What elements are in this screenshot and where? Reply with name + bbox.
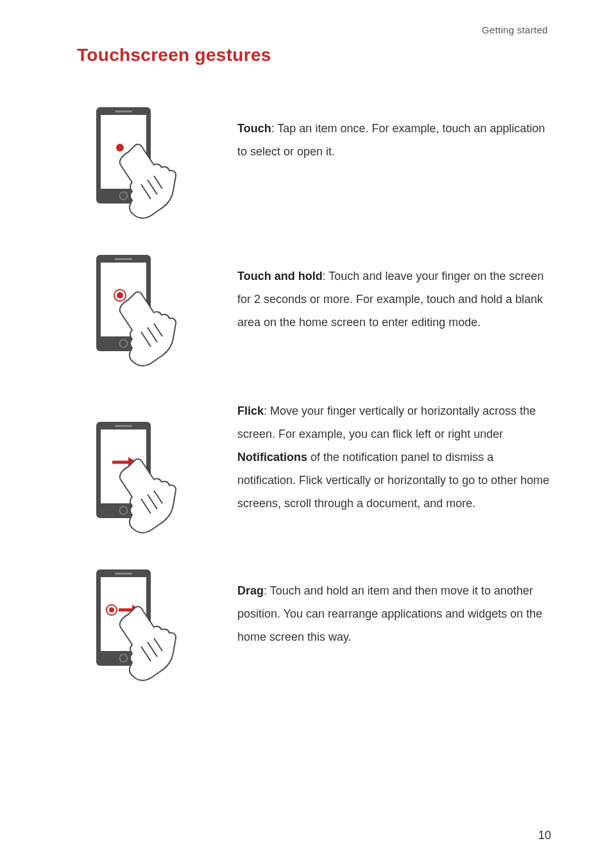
- svg-rect-19: [115, 425, 132, 427]
- gesture-row-touch: Touch: Tap an item once. For example, to…: [77, 104, 554, 223]
- touch-hold-icon: [77, 252, 205, 370]
- gesture-text: Flick: Move your finger vertically or ho…: [237, 399, 554, 515]
- gesture-desc-before: : Move your finger vertically or horizon…: [237, 404, 536, 440]
- gesture-text: Touch: Tap an item once. For example, to…: [237, 104, 554, 163]
- gesture-label: Touch and hold: [237, 270, 323, 282]
- gesture-desc: : Touch and hold an item and then move i…: [237, 584, 542, 643]
- gesture-text: Drag: Touch and hold an item and then mo…: [237, 566, 554, 648]
- gesture-row-touch-hold: Touch and hold: Touch and leave your fin…: [77, 252, 554, 370]
- gesture-label: Flick: [237, 404, 264, 417]
- svg-point-31: [109, 607, 114, 612]
- page-title: Touchscreen gestures: [77, 45, 554, 65]
- touch-icon: [77, 104, 205, 223]
- section-header: Getting started: [482, 24, 548, 35]
- page-number: 10: [538, 829, 551, 842]
- svg-point-4: [116, 144, 124, 152]
- gesture-bold-mid: Notifications: [237, 451, 307, 464]
- gesture-text: Touch and hold: Touch and leave your fin…: [237, 252, 554, 334]
- gesture-row-flick: Flick: Move your finger vertically or ho…: [77, 399, 554, 537]
- svg-rect-10: [115, 258, 132, 260]
- gesture-label: Drag: [237, 584, 264, 597]
- gesture-row-drag: Drag: Touch and hold an item and then mo…: [77, 566, 554, 685]
- svg-rect-28: [115, 573, 132, 575]
- svg-rect-2: [115, 110, 132, 112]
- drag-icon: [77, 566, 205, 685]
- gesture-label: Touch: [237, 122, 271, 135]
- gesture-desc: : Tap an item once. For example, touch a…: [237, 122, 545, 158]
- flick-icon: [77, 399, 205, 537]
- svg-point-13: [117, 292, 123, 299]
